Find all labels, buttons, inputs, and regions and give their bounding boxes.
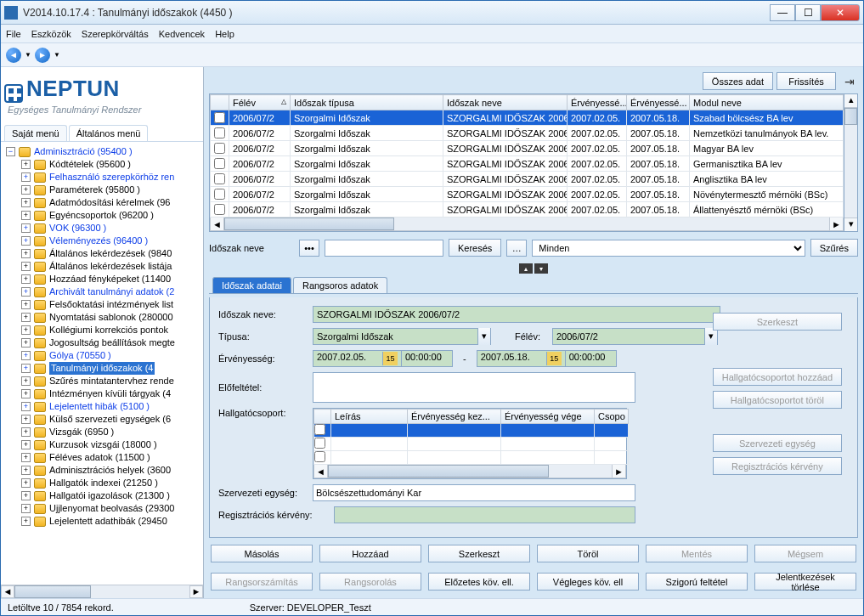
nav-tree[interactable]: − Adminisztráció (95400 ) +Kódtételek (9… — [1, 142, 203, 598]
org-input[interactable] — [313, 484, 635, 501]
table-row[interactable]: 2006/07/2Szorgalmi IdőszakSZORGALMI IDŐS… — [211, 187, 844, 202]
filter-input[interactable] — [325, 240, 443, 257]
type-select[interactable]: Szorgalmi Időszak▾ — [313, 328, 491, 345]
tree-item[interactable]: +Gólya (70550 ) — [3, 349, 201, 362]
tree-item[interactable]: +Nyomtatási sablonok (280000 — [3, 311, 201, 324]
expand-icon[interactable]: + — [21, 351, 31, 360]
forward-button[interactable]: ► — [35, 48, 50, 63]
org-button[interactable]: Szervezeti egység — [713, 434, 842, 452]
expand-icon[interactable]: + — [21, 211, 31, 220]
name-input[interactable] — [313, 306, 720, 323]
tree-item[interactable]: +Lejelentett hibák (5100 ) — [3, 400, 201, 413]
grid-column-header[interactable] — [211, 95, 229, 110]
minimize-button[interactable]: — — [770, 4, 795, 21]
reg-input[interactable] — [334, 506, 635, 523]
tree-item[interactable]: +Kollégiumi korrekciós pontok — [3, 324, 201, 336]
search-button[interactable]: Keresés — [449, 239, 501, 257]
expand-icon[interactable]: + — [21, 249, 31, 258]
tree-item[interactable]: +Általános lekérdezések (9840 — [3, 247, 201, 260]
subgrid-column-header[interactable] — [314, 410, 331, 424]
row-checkbox[interactable] — [314, 451, 325, 462]
action-button[interactable]: Előzetes köv. ell. — [428, 573, 530, 591]
calendar-icon[interactable]: 15 — [546, 352, 562, 365]
table-row[interactable]: 2006/07/2Szorgalmi IdőszakSZORGALMI IDŐS… — [211, 202, 844, 218]
row-checkbox[interactable] — [214, 204, 225, 215]
reg-button[interactable]: Regisztrációs kérvény — [713, 457, 842, 475]
tree-item[interactable]: +Hallgatók indexei (21250 ) — [3, 477, 201, 489]
expand-icon[interactable]: + — [21, 160, 31, 169]
table-row[interactable]: 2006/07/2Szorgalmi IdőszakSZORGALMI IDŐS… — [211, 110, 844, 126]
expand-icon[interactable]: + — [21, 198, 31, 207]
expand-icon[interactable]: + — [21, 223, 31, 233]
menu-favorites[interactable]: Kedvencek — [159, 29, 205, 39]
scroll-thumb[interactable] — [844, 108, 857, 125]
grid-column-header[interactable]: Érvényessé... — [627, 95, 690, 110]
subgrid-column-header[interactable]: Leírás — [331, 410, 408, 424]
expand-icon[interactable]: + — [21, 517, 31, 526]
table-row[interactable]: 2006/07/2Szorgalmi IdőszakSZORGALMI IDŐS… — [211, 156, 844, 172]
tab-period-data[interactable]: Időszak adatai — [212, 277, 291, 293]
time-to-input[interactable]: 00:00:00 — [566, 350, 617, 367]
maximize-button[interactable]: ☐ — [795, 4, 821, 21]
chevron-down-icon[interactable]: ▾ — [477, 328, 490, 345]
close-button[interactable]: ✕ — [821, 4, 860, 21]
tree-item[interactable]: +Lejelentett adathibák (29450 — [3, 515, 201, 528]
all-data-button[interactable]: Összes adat — [703, 72, 773, 90]
tree-item[interactable]: +Jogosultság beállítások megte — [3, 336, 201, 349]
action-button[interactable]: Töröl — [537, 545, 639, 562]
tree-item[interactable]: +Kurzusok vizsgái (18000 ) — [3, 438, 201, 451]
tree-item[interactable]: +Tanulmányi időszakok (4 — [3, 362, 201, 375]
grid-vertical-scrollbar[interactable]: ▴ ▾ — [844, 93, 858, 232]
grid-column-header[interactable]: Modul neve — [690, 95, 844, 110]
expand-icon[interactable]: + — [21, 478, 31, 488]
action-button[interactable]: Mégsem — [754, 545, 856, 562]
scroll-thumb[interactable] — [14, 585, 91, 598]
row-checkbox[interactable] — [214, 158, 225, 169]
collapse-up-icon[interactable]: ▴ — [519, 263, 533, 274]
tree-item[interactable]: +Intézményen kívüli tárgyak (4 — [3, 387, 201, 400]
back-dropdown-icon[interactable]: ▼ — [25, 51, 31, 59]
del-group-button[interactable]: Hallgatócsoportot töröl — [713, 391, 842, 409]
table-row[interactable]: 2006/07/2Szorgalmi IdőszakSZORGALMI IDŐS… — [211, 126, 844, 141]
expand-icon[interactable]: + — [21, 262, 31, 271]
row-checkbox[interactable] — [214, 112, 225, 123]
filter-more-button[interactable]: … — [506, 240, 527, 257]
row-checkbox[interactable] — [214, 143, 225, 154]
semester-select[interactable]: 2006/07/2▾ — [552, 328, 718, 345]
expand-icon[interactable]: + — [21, 325, 31, 335]
expand-icon[interactable]: + — [21, 453, 31, 462]
expand-icon[interactable]: + — [21, 376, 31, 386]
tree-item[interactable]: +Felsőoktatási intézmények list — [3, 298, 201, 311]
subgrid-column-header[interactable]: Csopo — [595, 410, 629, 424]
scroll-left-icon[interactable]: ◄ — [314, 465, 328, 478]
filter-apply-button[interactable]: Szűrés — [810, 239, 858, 257]
tree-item[interactable]: +Általános lekérdezések listája — [3, 260, 201, 273]
subgrid-column-header[interactable]: Érvényesség vége — [501, 410, 595, 424]
time-from-input[interactable]: 00:00:00 — [402, 350, 453, 367]
tree-item[interactable]: +Egyéncsoportok (96200 ) — [3, 209, 201, 222]
table-row[interactable]: 2006/07/2Szorgalmi IdőszakSZORGALMI IDŐS… — [211, 141, 844, 156]
tab-ranking-data[interactable]: Rangsoros adatok — [293, 277, 387, 293]
tree-item[interactable]: +Féléves adatok (11500 ) — [3, 451, 201, 464]
subgrid-scrollbar[interactable]: ◄ ► — [313, 465, 626, 478]
tree-item[interactable]: +Szűrés mintatantervhez rende — [3, 375, 201, 387]
expand-icon[interactable]: + — [21, 185, 31, 195]
action-button[interactable]: Szigorú feltétel — [646, 573, 748, 591]
scroll-thumb[interactable] — [224, 218, 394, 230]
forward-dropdown-icon[interactable]: ▼ — [54, 51, 60, 59]
expand-icon[interactable]: + — [21, 389, 31, 398]
scroll-left-icon[interactable]: ◄ — [211, 218, 224, 230]
tree-item[interactable]: +Kódtételek (95600 ) — [3, 158, 201, 171]
scroll-left-icon[interactable]: ◄ — [1, 585, 14, 598]
menu-tools[interactable]: Eszközök — [31, 29, 71, 39]
back-button[interactable]: ◄ — [6, 48, 21, 63]
scroll-thumb[interactable] — [328, 465, 549, 478]
subgrid-row[interactable] — [314, 451, 629, 465]
expand-icon[interactable]: + — [21, 466, 31, 475]
action-button[interactable]: Rangsorszámítás — [211, 573, 313, 591]
expand-icon[interactable]: + — [21, 402, 31, 411]
grid-column-header[interactable]: Érvényessé... — [568, 95, 627, 110]
main-grid[interactable]: Félév △Időszak típusaIdőszak neveÉrvénye… — [210, 94, 844, 218]
action-button[interactable]: Másolás — [211, 545, 313, 562]
expand-icon[interactable]: + — [21, 300, 31, 309]
